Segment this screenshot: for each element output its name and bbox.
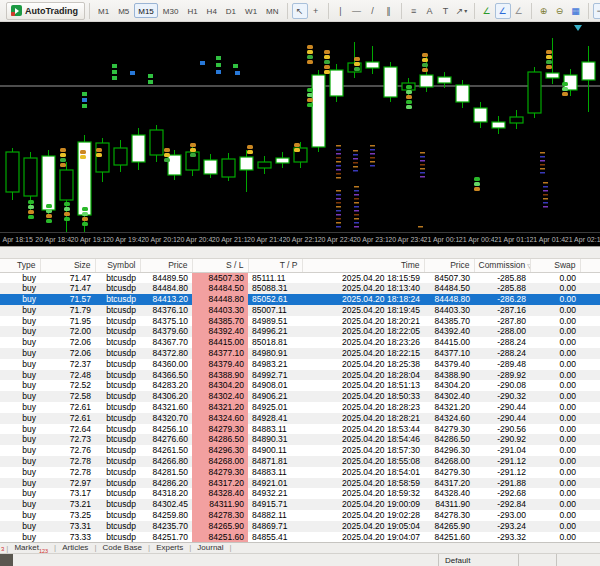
table-row[interactable]: buy72.37btcusdp84360.0084379.4084983.212…	[0, 359, 600, 370]
table-row[interactable]: buy72.76btcusdp84261.5084296.3084900.112…	[0, 445, 600, 456]
column-header-commission[interactable]: Commission▽	[474, 259, 530, 272]
table-row[interactable]: buy73.17btcusdp84318.2084328.4084932.212…	[0, 488, 600, 499]
table-row[interactable]: buy72.58btcusdp84306.2084302.4084906.212…	[0, 391, 600, 402]
table-row[interactable]: buy71.95btcusdp84375.1084385.7084989.512…	[0, 316, 600, 327]
table-row[interactable]: buy73.21btcusdp84302.4584311.9084915.712…	[0, 499, 600, 510]
table-row[interactable]: buy72.06btcusdp84367.7084415.0085018.812…	[0, 337, 600, 348]
autotrading-button[interactable]: AutoTrading	[6, 2, 85, 20]
cell-price2: 84484.50	[424, 283, 474, 294]
table-row[interactable]: buy73.25btcusdp84259.8084278.3084882.112…	[0, 510, 600, 521]
table-row[interactable]: buy72.97btcusdp84286.2084317.2084921.012…	[0, 478, 600, 489]
column-header-price-2[interactable]: Price	[424, 259, 474, 272]
cell-commission: -289.48	[474, 359, 530, 370]
horizontal-line-icon[interactable]: —	[349, 3, 365, 19]
table-row[interactable]: buy72.64btcusdp84256.1084279.3084883.112…	[0, 424, 600, 435]
table-row[interactable]: buy72.52btcusdp84283.2084304.2084908.012…	[0, 380, 600, 391]
timeframe-mn-button[interactable]: MN	[262, 3, 282, 18]
cell-sl: 84279.30	[192, 424, 248, 435]
timeframe-m15-button[interactable]: M15	[134, 3, 158, 18]
time-label: 20 Apr 22:15	[282, 233, 317, 246]
label-icon[interactable]: T	[438, 3, 454, 19]
cell-tp: 84915.71	[248, 499, 302, 510]
timeframe-m30-button[interactable]: M30	[159, 3, 183, 18]
zoom-out-icon[interactable]: ⊖	[552, 3, 568, 19]
text-icon[interactable]: A	[422, 3, 438, 19]
cell-swap: 0.00	[530, 488, 580, 499]
cell-size: 71.57	[40, 294, 95, 305]
tab-market[interactable]: Market123	[9, 543, 53, 552]
cell-swap: 0.00	[530, 380, 580, 391]
cell-price2: 84286.50	[424, 434, 474, 445]
cell-sl: 84251.60	[192, 532, 248, 542]
cursor-icon[interactable]: ↖	[292, 3, 308, 19]
table-row[interactable]: buy72.00btcusdp84379.6084392.4084996.212…	[0, 326, 600, 337]
column-header-symbol[interactable]: Symbol	[95, 259, 140, 272]
table-row[interactable]: buy72.61btcusdp84321.6084321.2084925.012…	[0, 402, 600, 413]
cell-price: 84251.70	[140, 532, 192, 542]
column-header-sl[interactable]: S / L	[192, 259, 248, 272]
timeframe-h4-button[interactable]: H4	[203, 3, 221, 18]
crosshair-icon[interactable]: +	[308, 3, 324, 19]
panel-splitter[interactable]	[0, 246, 600, 259]
table-row[interactable]: buy71.79btcusdp84376.1084403.3085007.112…	[0, 305, 600, 316]
column-header-time[interactable]: Time	[302, 259, 424, 272]
table-row[interactable]: buy72.48btcusdp84366.5084388.9084992.712…	[0, 370, 600, 381]
cell-commission: -292.68	[474, 488, 530, 499]
time-axis[interactable]: Apr 18:1520 Apr 18:4520 Apr 19:1520 Apr …	[0, 232, 600, 246]
table-row[interactable]: buy71.47btcusdp84484.8084484.5085088.312…	[0, 283, 600, 294]
cell-type: buy	[0, 326, 40, 337]
objects-list-icon[interactable]: ∠	[511, 3, 527, 19]
cell-tp: 84996.21	[248, 326, 302, 337]
column-header-type[interactable]: Type	[0, 259, 40, 272]
zoom-in-icon[interactable]: ⊕	[536, 3, 552, 19]
column-header-price[interactable]: Price	[140, 259, 192, 272]
vertical-line-icon[interactable]: |	[333, 3, 349, 19]
tab-articles[interactable]: Articles	[57, 543, 93, 552]
cell-symbol: btcusdp	[95, 326, 140, 337]
table-row[interactable]: buy72.73btcusdp84276.6084286.5084890.312…	[0, 434, 600, 445]
toolbar-separator	[89, 3, 90, 19]
profile-selector[interactable]: Default	[438, 554, 518, 566]
table-row[interactable]: buy72.61btcusdp84320.7084324.6084928.412…	[0, 413, 600, 424]
autoscroll-icon[interactable]: ⇥	[593, 3, 600, 19]
chart-area[interactable]	[0, 22, 600, 232]
tab-code-base[interactable]: Code Base	[97, 543, 147, 552]
cell-symbol: btcusdp	[95, 391, 140, 402]
column-header-swap[interactable]: Swap	[530, 259, 580, 272]
indicator-window-icon[interactable]: ∠	[495, 3, 511, 19]
cell-price2: 84328.40	[424, 488, 474, 499]
cell-time: 2025.04.20 18:50:33	[302, 391, 424, 402]
table-row[interactable]: buy73.31btcusdp84235.7084265.9084869.712…	[0, 521, 600, 532]
table-row[interactable]: buy73.33btcusdp84251.7084251.6084855.412…	[0, 532, 600, 542]
cell-type: buy	[0, 348, 40, 359]
time-label: 20 Apr 23:45	[388, 233, 423, 246]
table-row[interactable]: buy72.78btcusdp84266.8084268.0084871.812…	[0, 456, 600, 467]
trendline-icon[interactable]: /	[365, 3, 381, 19]
cell-type: buy	[0, 337, 40, 348]
cell-tp: 84932.21	[248, 488, 302, 499]
column-header-size[interactable]: Size	[40, 259, 95, 272]
table-row[interactable]: buy71.57btcusdp84413.2084448.8085052.612…	[0, 294, 600, 305]
cell-symbol: btcusdp	[95, 488, 140, 499]
timeframe-d1-button[interactable]: D1	[222, 3, 240, 18]
tab-journal[interactable]: Journal	[192, 543, 228, 552]
objects-arrow-icon[interactable]: ↗▾	[454, 3, 470, 19]
tile-windows-icon[interactable]: ▦	[568, 3, 584, 19]
equidistant-channel-icon[interactable]: ∥	[381, 3, 397, 19]
timeframe-m5-button[interactable]: M5	[114, 3, 133, 18]
tab-experts[interactable]: Experts	[151, 543, 188, 552]
indicators-icon[interactable]: ∠	[479, 3, 495, 19]
timeframe-m1-button[interactable]: M1	[94, 3, 113, 18]
table-row[interactable]: buy72.06btcusdp84372.8084377.1084980.912…	[0, 348, 600, 359]
table-row[interactable]: buy72.78btcusdp84281.5084279.3084883.112…	[0, 467, 600, 478]
cell-tp: 84871.81	[248, 456, 302, 467]
cell-symbol: btcusdp	[95, 370, 140, 381]
fibonacci-icon[interactable]: ≡	[406, 3, 422, 19]
table-row[interactable]: buy71.47btcusdp84489.5084507.3085111.112…	[0, 272, 600, 283]
timeframe-w1-button[interactable]: W1	[241, 3, 261, 18]
timeframe-h1-button[interactable]: H1	[183, 3, 201, 18]
column-header-tp[interactable]: T / P	[248, 259, 302, 272]
cell-commission: -288.24	[474, 348, 530, 359]
cell-symbol: btcusdp	[95, 413, 140, 424]
cell-commission: -292.84	[474, 499, 530, 510]
